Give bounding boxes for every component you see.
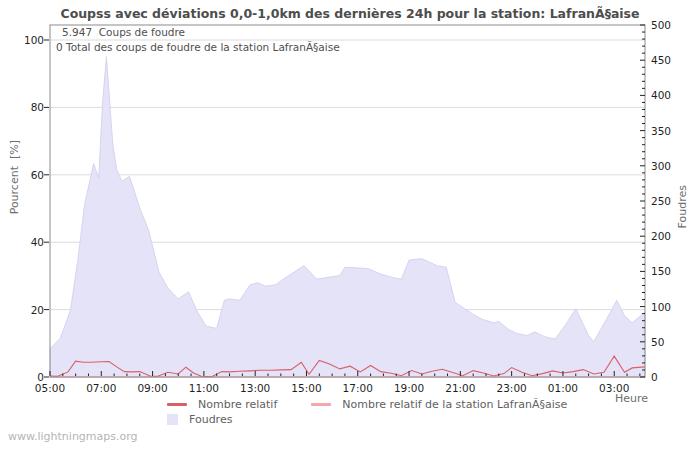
y-right-tick-label: 400: [651, 89, 685, 101]
legend-item-nombre-relatif: Nombre relatif: [167, 398, 277, 411]
x-tick-label: 23:00: [488, 382, 536, 394]
y-right-tick-label: 350: [651, 125, 685, 137]
y-right-tick-label: 100: [651, 301, 685, 313]
y-left-tick-label: 100: [14, 34, 44, 46]
x-tick-label: 09:00: [129, 382, 177, 394]
x-tick-label: 17:00: [334, 382, 382, 394]
x-tick-label: 05:00: [26, 382, 74, 394]
x-tick-label: 01:00: [539, 382, 587, 394]
legend-item-station: Nombre relatif de la station LafranÃ§ais…: [311, 398, 567, 411]
chart-page: Coupss avec déviations 0,0-1,0km des der…: [0, 0, 700, 450]
x-tick-label: 03:00: [590, 382, 638, 394]
y-right-tick-label: 200: [651, 230, 685, 242]
watermark: www.lightningmaps.org: [8, 430, 138, 443]
y-left-tick-label: 80: [14, 101, 44, 113]
y-left-tick-label: 60: [14, 169, 44, 181]
annotation-station-strikes: 0 Total des coups de foudre de la statio…: [56, 41, 340, 53]
annotation-total-strikes: 5.947 Coups de foudre: [62, 26, 185, 38]
legend: Nombre relatif Nombre relatif de la stat…: [167, 398, 567, 426]
y-right-tick-label: 150: [651, 265, 685, 277]
x-tick-label: 07:00: [77, 382, 125, 394]
legend-item-foudres: Foudres: [167, 413, 232, 426]
y-right-tick-label: 0: [651, 371, 685, 383]
legend-label-nombre-relatif: Nombre relatif: [198, 398, 277, 411]
x-tick-label: 15:00: [282, 382, 330, 394]
y-right-tick-label: 300: [651, 160, 685, 172]
legend-label-station: Nombre relatif de la station LafranÃ§ais…: [342, 398, 567, 411]
x-tick-label: 11:00: [180, 382, 228, 394]
y-right-tick-label: 50: [651, 336, 685, 348]
x-tick-label: 13:00: [231, 382, 279, 394]
legend-swatch-line-icon: [311, 403, 331, 406]
y-left-tick-label: 40: [14, 236, 44, 248]
y-right-tick-label: 250: [651, 195, 685, 207]
y-right-tick-label: 500: [651, 19, 685, 31]
y-right-tick-label: 450: [651, 54, 685, 66]
x-tick-label: 21:00: [436, 382, 484, 394]
y-left-tick-label: 20: [14, 304, 44, 316]
x-tick-label: 19:00: [385, 382, 433, 394]
legend-label-foudres: Foudres: [189, 413, 232, 426]
legend-swatch-area-icon: [167, 414, 178, 425]
legend-swatch-line-icon: [167, 403, 187, 406]
